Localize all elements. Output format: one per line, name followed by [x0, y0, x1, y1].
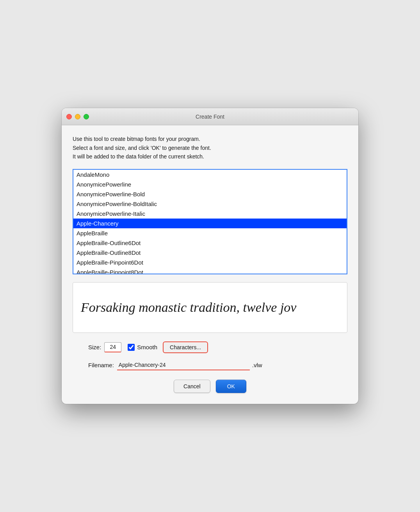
font-item-applebraille-pinpoint6dot[interactable]: AppleBraille-Pinpoint6Dot	[73, 258, 347, 267]
close-button[interactable]	[66, 114, 72, 119]
description-text: Use this tool to create bitmap fonts for…	[73, 135, 347, 161]
dialog-content: Use this tool to create bitmap fonts for…	[62, 125, 358, 404]
font-preview-area: Forsaking monastic tradition, twelve jov	[73, 282, 347, 333]
size-input[interactable]	[104, 342, 121, 352]
font-item-apple-chancery[interactable]: Apple-Chancery	[73, 219, 347, 228]
font-item-anonymicepowerline[interactable]: AnonymicePowerline	[73, 180, 347, 189]
description-line1: Use this tool to create bitmap fonts for…	[73, 135, 347, 143]
vlw-extension: .vlw	[252, 362, 262, 368]
dialog-window: Create Font Use this tool to create bitm…	[62, 108, 358, 404]
font-item-applebraille-pinpoint8dot[interactable]: AppleBraille-Pinpoint8Dot	[73, 267, 347, 274]
characters-button[interactable]: Characters...	[163, 341, 208, 353]
minimize-button[interactable]	[75, 114, 80, 119]
window-title: Create Font	[196, 114, 224, 120]
font-item-anonymicepowerline-bolditalic[interactable]: AnonymicePowerline-BoldItalic	[73, 199, 347, 209]
font-list-container[interactable]: AndaleMono AnonymicePowerline AnonymiceP…	[73, 169, 347, 274]
font-item-applebraille-outline6dot[interactable]: AppleBraille-Outline6Dot	[73, 238, 347, 248]
description-line2: Select a font and size, and click 'OK' t…	[73, 144, 347, 152]
filename-label: Filename:	[88, 362, 114, 368]
preview-text: Forsaking monastic tradition, twelve jov	[81, 300, 296, 315]
titlebar: Create Font	[62, 108, 358, 125]
font-list: AndaleMono AnonymicePowerline AnonymiceP…	[73, 170, 347, 274]
font-item-andalemono[interactable]: AndaleMono	[73, 170, 347, 180]
traffic-lights	[66, 114, 89, 119]
cancel-button[interactable]: Cancel	[174, 380, 210, 393]
smooth-label[interactable]: Smooth	[137, 344, 157, 350]
filename-row: Filename: .vlw	[73, 360, 347, 370]
description-line3: It will be added to the data folder of t…	[73, 152, 347, 161]
smooth-checkbox-wrapper: Smooth	[128, 344, 157, 351]
button-row: Cancel OK	[73, 380, 347, 393]
ok-button[interactable]: OK	[216, 380, 246, 393]
filename-input[interactable]	[117, 360, 250, 370]
controls-row: Size: Smooth Characters...	[73, 341, 347, 353]
font-item-applebraille[interactable]: AppleBraille	[73, 228, 347, 238]
font-item-anonymicepowerline-italic[interactable]: AnonymicePowerline-Italic	[73, 209, 347, 219]
font-item-anonymicepowerline-bold[interactable]: AnonymicePowerline-Bold	[73, 189, 347, 199]
size-label: Size:	[88, 344, 101, 350]
font-item-applebraille-outline8dot[interactable]: AppleBraille-Outline8Dot	[73, 248, 347, 258]
smooth-checkbox[interactable]	[128, 344, 135, 351]
maximize-button[interactable]	[84, 114, 89, 119]
